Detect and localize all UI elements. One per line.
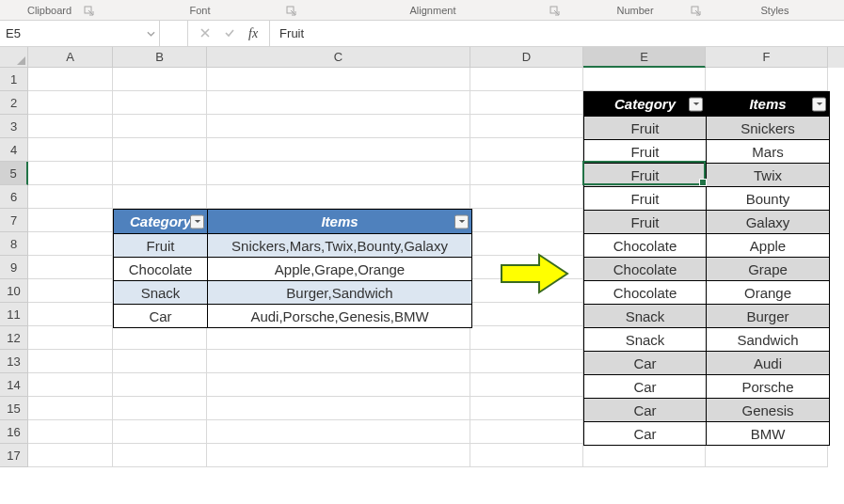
- cell[interactable]: [113, 91, 207, 115]
- table-row[interactable]: FruitTwix: [584, 163, 829, 186]
- cell[interactable]: [583, 444, 706, 467]
- table-row[interactable]: FruitSnickers,Mars,Twix,Bounty,Galaxy: [114, 233, 471, 257]
- worksheet-grid[interactable]: ABCDEF 1234567891011121314151617 Categor…: [0, 47, 844, 498]
- cell[interactable]: [28, 68, 113, 91]
- table-cell-items[interactable]: Mars: [707, 139, 829, 163]
- table-cell-category[interactable]: Fruit: [584, 210, 707, 233]
- table-cell-items[interactable]: Genesis: [707, 398, 829, 421]
- cell[interactable]: [470, 420, 583, 444]
- table-cell-items[interactable]: Burger,Sandwich: [208, 280, 471, 304]
- table-row[interactable]: CarAudi: [584, 351, 829, 374]
- table-cell-category[interactable]: Snack: [584, 327, 707, 351]
- table-cell-items[interactable]: Porsche: [707, 374, 829, 398]
- table-row[interactable]: ChocolateOrange: [584, 280, 829, 304]
- row-header[interactable]: 5: [0, 162, 28, 185]
- column-header[interactable]: C: [207, 47, 470, 68]
- cell[interactable]: [470, 162, 583, 185]
- row-header[interactable]: 1: [0, 68, 28, 91]
- table-cell-items[interactable]: Grape: [707, 257, 829, 280]
- cancel-icon[interactable]: [199, 25, 211, 41]
- table-cell-category[interactable]: Fruit: [584, 116, 707, 139]
- enter-icon[interactable]: [224, 25, 235, 41]
- cell[interactable]: [470, 209, 583, 232]
- table-header-category[interactable]: Category: [584, 92, 707, 116]
- cell[interactable]: [28, 138, 113, 162]
- dialog-launcher-icon[interactable]: [286, 6, 297, 17]
- cell[interactable]: [470, 68, 583, 91]
- column-header[interactable]: E: [583, 47, 706, 68]
- cell[interactable]: [113, 185, 207, 209]
- cells-area[interactable]: Category Items FruitSnickers,Mars,Twix,B…: [28, 68, 844, 498]
- column-header[interactable]: F: [706, 47, 828, 68]
- cell[interactable]: [113, 162, 207, 185]
- name-box[interactable]: E5: [0, 21, 160, 46]
- cell[interactable]: [28, 326, 113, 350]
- cell[interactable]: [207, 397, 470, 420]
- cell[interactable]: [113, 68, 207, 91]
- table-cell-items[interactable]: Apple,Grape,Orange: [208, 257, 471, 280]
- cell[interactable]: [113, 350, 207, 373]
- cell[interactable]: [28, 444, 113, 467]
- cell[interactable]: [28, 420, 113, 444]
- row-header[interactable]: 14: [0, 373, 28, 397]
- cell[interactable]: [207, 444, 470, 467]
- row-header[interactable]: 17: [0, 444, 28, 467]
- table-header-items[interactable]: Items: [208, 210, 471, 233]
- table-cell-category[interactable]: Snack: [584, 304, 707, 327]
- table-row[interactable]: FruitBounty: [584, 186, 829, 210]
- select-all-button[interactable]: [0, 47, 28, 68]
- table-row[interactable]: FruitSnickers: [584, 116, 829, 139]
- table-row[interactable]: CarAudi,Porsche,Genesis,BMW: [114, 304, 471, 327]
- cell[interactable]: [470, 115, 583, 138]
- insert-function-button[interactable]: fx: [248, 26, 258, 41]
- table-cell-items[interactable]: Audi: [707, 351, 829, 374]
- table-cell-items[interactable]: Snickers,Mars,Twix,Bounty,Galaxy: [208, 233, 471, 257]
- table-cell-items[interactable]: Apple: [707, 233, 829, 257]
- table-cell-category[interactable]: Fruit: [584, 186, 707, 210]
- cell[interactable]: [470, 373, 583, 397]
- cell[interactable]: [113, 397, 207, 420]
- row-header[interactable]: 6: [0, 185, 28, 209]
- cell[interactable]: [207, 373, 470, 397]
- row-header[interactable]: 15: [0, 397, 28, 420]
- table-cell-items[interactable]: Orange: [707, 280, 829, 304]
- cell[interactable]: [470, 91, 583, 115]
- table-row[interactable]: SnackSandwich: [584, 327, 829, 351]
- cell[interactable]: [207, 420, 470, 444]
- table-cell-category[interactable]: Car: [584, 421, 707, 445]
- table-row[interactable]: SnackBurger: [584, 304, 829, 327]
- table-row[interactable]: ChocolateApple: [584, 233, 829, 257]
- cell[interactable]: [470, 350, 583, 373]
- filter-icon[interactable]: [190, 214, 204, 228]
- dialog-launcher-icon[interactable]: [84, 6, 95, 17]
- table-header-items[interactable]: Items: [707, 92, 829, 116]
- cell[interactable]: [470, 185, 583, 209]
- row-header[interactable]: 16: [0, 420, 28, 444]
- cell[interactable]: [113, 373, 207, 397]
- cell[interactable]: [583, 68, 706, 91]
- cell[interactable]: [28, 115, 113, 138]
- filter-icon[interactable]: [454, 214, 469, 228]
- table-cell-items[interactable]: BMW: [707, 421, 829, 445]
- table-cell-items[interactable]: Galaxy: [707, 210, 829, 233]
- table-header-category[interactable]: Category: [114, 210, 208, 233]
- cell[interactable]: [207, 326, 470, 350]
- dialog-launcher-icon[interactable]: [549, 6, 561, 17]
- cell[interactable]: [207, 68, 470, 91]
- cell[interactable]: [113, 326, 207, 350]
- cell[interactable]: [207, 185, 470, 209]
- row-header[interactable]: 11: [0, 303, 28, 326]
- table-cell-category[interactable]: Chocolate: [114, 257, 208, 280]
- cell[interactable]: [28, 303, 113, 326]
- cell[interactable]: [207, 138, 470, 162]
- cell[interactable]: [28, 162, 113, 185]
- cell[interactable]: [706, 68, 828, 91]
- table-row[interactable]: CarGenesis: [584, 398, 829, 421]
- cell[interactable]: [207, 115, 470, 138]
- arrow-shape[interactable]: [497, 250, 572, 300]
- row-header[interactable]: 2: [0, 91, 28, 115]
- table-cell-category[interactable]: Fruit: [584, 163, 707, 186]
- table-row[interactable]: CarBMW: [584, 421, 829, 445]
- cell[interactable]: [470, 444, 583, 467]
- cell[interactable]: [470, 326, 583, 350]
